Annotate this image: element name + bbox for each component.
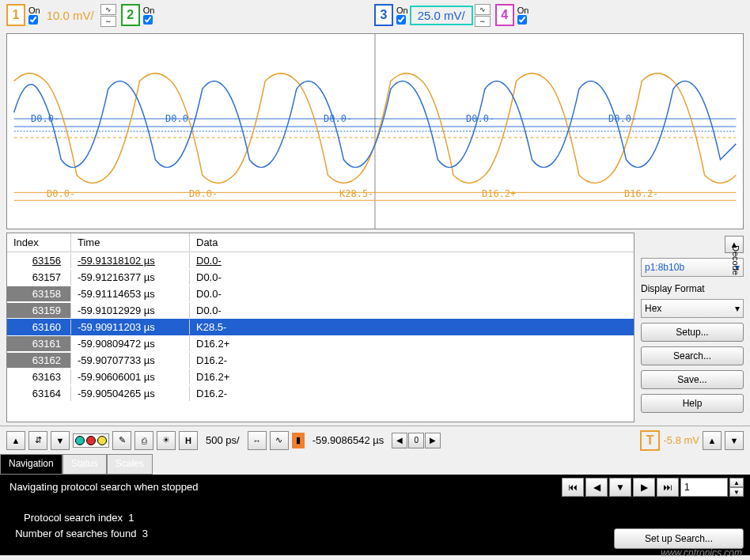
nav-dropdown-button[interactable]: ▼ <box>609 478 631 497</box>
table-row[interactable]: 63158-59.91114653 µsD0.0- <box>7 286 634 302</box>
spinner-up-button[interactable]: ▲ <box>729 478 744 487</box>
spinner-down-button[interactable]: ▼ <box>729 487 744 497</box>
table-row[interactable]: 63161-59.90809472 µsD16.2+ <box>7 335 634 352</box>
up-arrow-button[interactable]: ▲ <box>6 431 25 450</box>
display-format-dropdown[interactable]: Hex▾ <box>641 299 744 318</box>
save-button[interactable]: Save... <box>641 370 744 389</box>
waveform-svg <box>7 34 743 229</box>
channel-3-group: 3 On 25.0 mV/ ∿ ∼ <box>374 4 491 27</box>
cursor-button[interactable]: ✎ <box>112 431 131 450</box>
right-panel: ▲ p1:8b10b▾ Display Format Hex▾ Setup...… <box>641 233 744 422</box>
trigger-level-value[interactable]: -5.8 mV <box>663 434 699 446</box>
channel-3-on-label: On <box>396 6 408 15</box>
table-row[interactable]: 63157-59.91216377 µsD0.0- <box>7 269 634 286</box>
setup-button[interactable]: Setup... <box>641 323 744 342</box>
table-row[interactable]: 63156-59.91318102 µsD0.0- <box>7 252 634 269</box>
console-tab-bar: Navigation Status Scales <box>0 454 750 475</box>
console-area: Navigation Status Scales Navigating prot… <box>0 454 750 555</box>
wave-mode-button[interactable]: ∿ <box>270 431 289 450</box>
nav-last-button[interactable]: ⏭ <box>657 478 679 497</box>
display-format-label: Display Format <box>641 283 744 294</box>
channel-1-group: 1 On 10.0 mV/ ∿ ∼ <box>6 4 116 27</box>
table-row[interactable]: 63159-59.91012929 µsD0.0- <box>7 302 634 319</box>
nav-left-button[interactable]: ◀ <box>392 433 407 448</box>
waveform-display[interactable]: D0.0- D0.0- D0.0- D0.0- D0.0- D0.0- D0.0… <box>6 33 744 229</box>
channel-2-checkbox[interactable] <box>143 15 153 25</box>
table-row[interactable]: ✦63160-59.90911203 µsK28.5- <box>7 319 634 335</box>
help-button[interactable]: Help <box>641 394 744 413</box>
channel-4-on-label: On <box>517 6 529 15</box>
table-row[interactable]: 63163-59.90606001 µsD16.2+ <box>7 369 634 385</box>
channel-1-on-label: On <box>28 6 40 15</box>
trigger-marker-icon: ▮ <box>292 433 305 448</box>
channel-1-coupling-dc-icon[interactable]: ∼ <box>100 16 116 27</box>
tab-scales[interactable]: Scales <box>107 454 153 475</box>
channel-4-button[interactable]: 4 <box>495 4 514 26</box>
channel-4-group: 4 On <box>495 4 529 26</box>
console-nav: ⏮ ◀ ▼ ▶ ⏭ ▲ ▼ <box>562 478 744 497</box>
channel-2-group: 2 On <box>121 4 155 26</box>
watermark: www.cntronics.com <box>661 547 742 558</box>
header-data: Data <box>189 233 634 252</box>
protocol-dropdown[interactable]: p1:8b10b▾ <box>641 258 744 277</box>
horizontal-label: H <box>179 431 198 450</box>
table-header: Index Time Data <box>7 233 634 252</box>
header-time: Time <box>70 233 189 252</box>
trigger-level-label: T <box>640 430 661 451</box>
nav-prev-button[interactable]: ◀ <box>585 478 608 497</box>
channel-bar: 1 On 10.0 mV/ ∿ ∼ 2 On 3 On 25.0 mV/ ∿ ∼… <box>0 0 750 30</box>
teal-dot-icon[interactable] <box>75 436 85 445</box>
tab-navigation[interactable]: Navigation <box>0 454 62 475</box>
channel-2-button[interactable]: 2 <box>121 4 140 26</box>
channel-3-button[interactable]: 3 <box>374 4 393 26</box>
nav-right-button[interactable]: ▶ <box>425 433 441 448</box>
bottom-toolbar: ▲ ⇵ ▼ ✎ ⎙ ☀ H 500 ps/ ↔ ∿ ▮ -59.9086542 … <box>0 426 750 454</box>
chevron-down-icon: ▾ <box>735 303 740 314</box>
trigger-time-value[interactable]: -59.9086542 µs <box>308 434 389 446</box>
selection-marker-icon: ✦ <box>6 322 13 333</box>
red-dot-icon[interactable] <box>86 436 96 445</box>
channel-3-coupling-ac-icon[interactable]: ∿ <box>475 4 491 15</box>
table-area: Index Time Data 63156-59.91318102 µsD0.0… <box>6 233 744 422</box>
channel-1-scale[interactable]: 10.0 mV/ <box>42 7 99 24</box>
channel-1-checkbox[interactable] <box>28 15 38 25</box>
timebase-value[interactable]: 500 ps/ <box>201 434 244 446</box>
yellow-dot-icon[interactable] <box>97 436 107 445</box>
channel-3-scale[interactable]: 25.0 mV/ <box>410 6 473 25</box>
header-index: Index <box>7 233 70 252</box>
decode-table[interactable]: Index Time Data 63156-59.91318102 µsD0.0… <box>6 233 634 422</box>
brightness-button[interactable]: ☀ <box>157 431 176 450</box>
print-button[interactable]: ⎙ <box>134 431 153 450</box>
channel-3-checkbox[interactable] <box>396 15 406 25</box>
table-row[interactable]: 63164-59.90504265 µsD16.2- <box>7 385 634 402</box>
channel-4-checkbox[interactable] <box>517 15 527 25</box>
channel-2-on-label: On <box>143 6 155 15</box>
channel-3-coupling-dc-icon[interactable]: ∼ <box>475 16 491 27</box>
updown-arrow-button[interactable]: ⇵ <box>28 431 47 450</box>
nav-index-input[interactable] <box>680 478 728 497</box>
decode-vertical-label: Decode <box>731 245 741 275</box>
expand-h-button[interactable]: ↔ <box>248 431 267 450</box>
tab-status[interactable]: Status <box>62 454 107 475</box>
setup-search-button[interactable]: Set up Search... <box>614 528 744 549</box>
nav-next-button[interactable]: ▶ <box>633 478 655 497</box>
up-arrow-button-2[interactable]: ▲ <box>703 431 722 450</box>
table-row[interactable]: 63162-59.90707733 µsD16.2- <box>7 352 634 369</box>
color-selector[interactable] <box>73 433 109 448</box>
search-button[interactable]: Search... <box>641 346 744 365</box>
channel-1-coupling-ac-icon[interactable]: ∿ <box>100 4 116 15</box>
nav-first-button[interactable]: ⏮ <box>562 478 584 497</box>
down-arrow-button[interactable]: ▼ <box>51 431 70 450</box>
down-arrow-button-2[interactable]: ▼ <box>725 431 744 450</box>
nav-zero-button[interactable]: 0 <box>408 433 424 448</box>
channel-1-button[interactable]: 1 <box>6 4 25 26</box>
